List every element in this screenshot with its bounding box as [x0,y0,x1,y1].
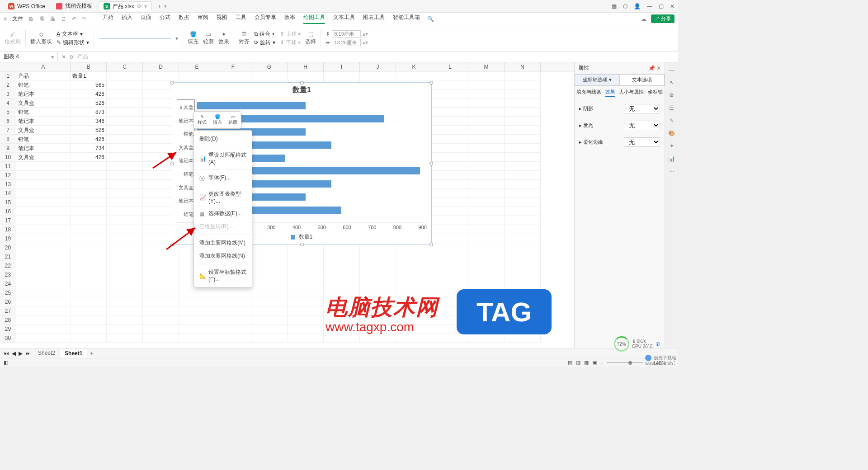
cell-K30[interactable] [396,334,432,343]
cell-N22[interactable] [505,261,541,270]
panel-tab-text[interactable]: 文本选项 [620,74,665,85]
cell-H23[interactable] [288,270,324,279]
cell-B15[interactable] [71,198,107,207]
col-header-K[interactable]: K [396,62,432,71]
cell-C2[interactable] [107,80,143,89]
chart-title[interactable]: 数量1 [172,83,431,98]
cell-L30[interactable] [432,334,468,343]
cell-A8[interactable]: 铅笔 [16,135,71,144]
cell-L13[interactable] [432,180,468,189]
mini-outline-button[interactable]: ▭轮廓 [226,113,239,127]
cell-N12[interactable] [505,171,541,180]
cell-C11[interactable] [107,162,143,171]
box-icon[interactable]: ▦ [612,3,617,9]
row-header-29[interactable]: 29 [0,324,16,334]
cell-D30[interactable] [143,334,179,343]
pin-icon[interactable]: 📌 [648,65,655,71]
col-header-I[interactable]: I [324,62,360,71]
cell-M14[interactable] [468,189,505,198]
cell-A14[interactable] [16,189,71,198]
menu-tab-12[interactable]: 图表工具 [363,14,385,24]
soft-select[interactable]: 无 [624,137,660,147]
cell-B2[interactable]: 565 [71,80,107,89]
cell-N11[interactable] [505,162,541,171]
subtab-axis[interactable]: 坐标轴 [648,89,663,97]
cell-I24[interactable] [324,279,360,288]
cell-I21[interactable] [324,252,360,261]
cell-F28[interactable] [215,315,251,324]
cell-K22[interactable] [396,261,432,270]
row-header-14[interactable]: 14 [0,189,16,198]
cell-M23[interactable] [468,270,505,279]
menu-tab-0[interactable]: 开始 [103,14,113,24]
cell-F29[interactable] [215,324,251,334]
sheet-tab-Sheet2[interactable]: Sheet2 [33,349,60,357]
cell-B17[interactable] [71,216,107,225]
fx-icon[interactable]: fx [70,54,74,60]
cell-L5[interactable] [432,108,468,117]
close-panel-icon[interactable]: ✕ [656,65,661,71]
col-header-B[interactable]: B [71,62,107,71]
cell-M1[interactable] [468,71,505,80]
cell-B14[interactable] [71,189,107,198]
row-header-1[interactable]: 1 [0,71,16,80]
line-style-preview[interactable] [99,34,171,43]
row-header-15[interactable]: 15 [0,198,16,207]
cell-A24[interactable] [16,279,71,288]
sheet-nav-last[interactable]: ⏭ [25,350,31,357]
cell-A10[interactable]: 文具盒 [16,153,71,162]
cell-B25[interactable] [71,288,107,297]
cell-M17[interactable] [468,216,505,225]
menu-tab-9[interactable]: 效率 [284,14,295,24]
cell-N10[interactable] [505,153,541,162]
name-box[interactable]: 图表 4 ▾ [0,52,58,61]
cell-K21[interactable] [396,252,432,261]
cell-C29[interactable] [107,324,143,334]
cell-A9[interactable]: 笔记本 [16,144,71,153]
col-header-H[interactable]: H [288,62,324,71]
redo-icon[interactable]: ↷ [82,16,86,22]
cell-E27[interactable] [179,306,215,315]
cell-K1[interactable] [396,71,432,80]
resize-handle-se[interactable] [429,243,433,246]
cell-H30[interactable] [288,334,324,343]
cell-E1[interactable] [179,71,215,80]
cell-B24[interactable] [71,279,107,288]
cell-L16[interactable] [432,207,468,216]
cell-M11[interactable] [468,162,505,171]
row-header-9[interactable]: 9 [0,144,16,153]
cell-B4[interactable]: 526 [71,99,107,108]
cell-M2[interactable] [468,80,505,89]
menu-tab-13[interactable]: 智能工具箱 [393,14,420,24]
cell-F30[interactable] [215,334,251,343]
col-header-D[interactable]: D [143,62,179,71]
cell-C17[interactable] [107,216,143,225]
cell-I22[interactable] [324,261,360,270]
cell-N3[interactable] [505,89,541,99]
cell-B3[interactable]: 426 [71,89,107,99]
cell-A17[interactable] [16,216,71,225]
print-preview-icon[interactable]: 🗋 [61,16,66,22]
cell-C26[interactable] [107,297,143,306]
cell-D22[interactable] [143,261,179,270]
style-dropdown-icon[interactable]: ▾ [175,35,178,42]
row-header-5[interactable]: 5 [0,108,16,117]
resize-handle-n[interactable] [300,81,304,85]
cell-B8[interactable]: 426 [71,135,107,144]
cell-A27[interactable] [16,306,71,315]
cell-H29[interactable] [288,324,324,334]
view-break-icon[interactable]: ▦ [584,360,589,366]
view-read-icon[interactable]: ▣ [592,360,597,366]
cell-B28[interactable] [71,315,107,324]
cell-C10[interactable] [107,153,143,162]
palette-rail-icon[interactable]: 🎨 [668,130,675,136]
settings-rail-icon[interactable]: ⚙ [669,92,674,99]
spreadsheet-grid[interactable]: ABCDEFGHIJKLMN 1产品数量12铅笔5653笔记本4264文具盒52… [0,62,574,348]
cell-A15[interactable] [16,198,71,207]
row-header-28[interactable]: 28 [0,315,16,324]
cell-L10[interactable] [432,153,468,162]
row-header-16[interactable]: 16 [0,207,16,216]
row-header-12[interactable]: 12 [0,171,16,180]
cell-G27[interactable] [251,306,288,315]
cell-N5[interactable] [505,108,541,117]
